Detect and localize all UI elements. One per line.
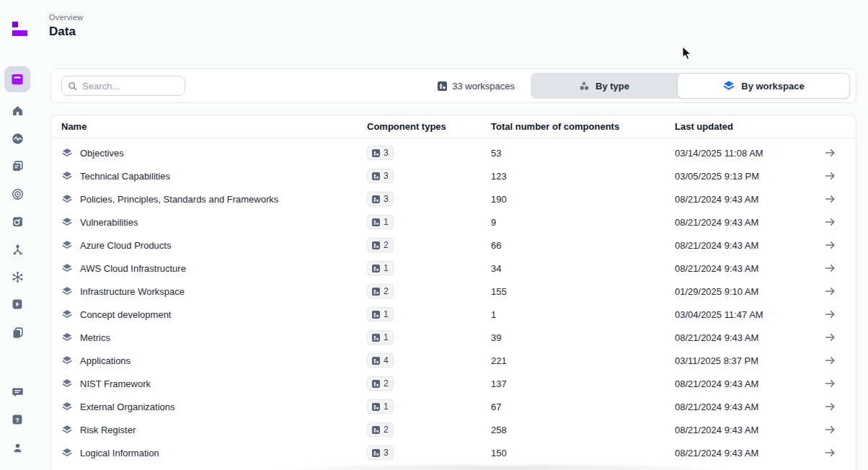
sidebar-item-tutorials[interactable] xyxy=(4,291,30,317)
component-types-badge: 3 xyxy=(367,146,394,160)
table-row[interactable]: External Organizations 1 67 08/21/2024 9… xyxy=(51,395,856,418)
last-updated: 08/21/2024 9:43 AM xyxy=(675,217,758,228)
table-row[interactable]: Risk Register 2 258 08/21/2024 9:43 AM xyxy=(51,418,856,441)
component-types-badge: 1 xyxy=(367,307,394,322)
total-components: 66 xyxy=(491,240,501,251)
open-workspace-arrow-icon[interactable] xyxy=(824,147,836,159)
sidebar-item-scenarios[interactable] xyxy=(4,264,30,290)
workspace-layers-icon xyxy=(61,147,73,159)
total-components: 34 xyxy=(491,263,501,274)
reports-icon xyxy=(12,160,24,172)
sidebar-item-home[interactable] xyxy=(4,97,30,123)
sidebar-item-help[interactable]: ? xyxy=(4,407,30,433)
last-updated: 03/04/2025 11:47 AM xyxy=(675,309,763,320)
table-row[interactable]: Infrastructure Workspace 2 155 01/29/202… xyxy=(51,280,856,303)
component-type-icon xyxy=(372,449,380,457)
component-types-count: 2 xyxy=(384,425,389,435)
sidebar-item-reports[interactable] xyxy=(4,153,30,179)
last-updated: 08/21/2024 9:43 AM xyxy=(675,240,758,251)
search-box[interactable] xyxy=(61,76,185,96)
workspace-layers-icon xyxy=(61,332,73,343)
component-types-count: 1 xyxy=(384,309,389,319)
table-row[interactable]: Metrics 1 39 08/21/2024 9:43 AM xyxy=(51,326,856,349)
table-row[interactable]: NIST Framework 2 137 08/21/2024 9:43 AM xyxy=(51,372,856,395)
sidebar-item-metrics[interactable] xyxy=(4,125,30,151)
table-row[interactable]: Azure Cloud Products 2 66 08/21/2024 9:4… xyxy=(51,234,856,257)
col-header-total: Total number of components xyxy=(491,121,675,132)
component-type-icon xyxy=(372,357,380,365)
total-components: 258 xyxy=(491,425,507,435)
component-type-icon xyxy=(372,288,380,296)
component-type-icon xyxy=(372,380,380,388)
open-workspace-arrow-icon[interactable] xyxy=(824,332,836,343)
toggle-by-workspace[interactable]: By workspace xyxy=(677,73,850,99)
workspace-name: Infrastructure Workspace xyxy=(80,286,185,297)
last-updated: 08/21/2024 9:43 AM xyxy=(675,263,758,274)
open-workspace-arrow-icon[interactable] xyxy=(824,216,836,228)
open-workspace-arrow-icon[interactable] xyxy=(824,239,836,251)
mouse-cursor xyxy=(682,46,692,61)
sidebar-item-account[interactable] xyxy=(4,435,30,461)
component-types-count: 2 xyxy=(384,286,389,296)
open-workspace-arrow-icon[interactable] xyxy=(824,424,836,435)
workspace-name: Concept development xyxy=(80,309,171,320)
table-row[interactable]: Logical Information 3 150 08/21/2024 9:4… xyxy=(51,441,856,464)
workspace-layers-icon xyxy=(61,424,73,435)
by-workspace-icon xyxy=(722,79,735,92)
sidebar-item-data[interactable] xyxy=(4,66,30,92)
table-row[interactable]: Applications 4 221 03/11/2025 8:37 PM xyxy=(51,349,856,372)
open-workspace-arrow-icon[interactable] xyxy=(824,355,836,366)
by-workspace-label: By workspace xyxy=(741,81,804,92)
workspace-layers-icon xyxy=(61,378,73,389)
open-workspace-arrow-icon[interactable] xyxy=(824,309,836,320)
open-workspace-arrow-icon[interactable] xyxy=(824,170,836,182)
workspace-name: External Organizations xyxy=(80,402,175,412)
workspace-name: Logical Information xyxy=(80,448,159,458)
workspace-name: Policies, Principles, Standards and Fram… xyxy=(80,194,278,205)
last-updated: 03/11/2025 8:37 PM xyxy=(675,355,758,366)
sidebar-item-broadcasts[interactable] xyxy=(4,181,30,207)
total-components: 39 xyxy=(491,332,501,343)
component-types-count: 1 xyxy=(384,402,389,412)
table-row[interactable]: AWS Cloud Infrastructure 1 34 08/21/2024… xyxy=(51,257,856,280)
last-updated: 08/21/2024 9:43 AM xyxy=(675,378,758,389)
total-components: 9 xyxy=(491,217,496,228)
table-body: Objectives 3 53 03/14/2025 11:08 AM Tech… xyxy=(51,138,856,470)
table-row-partial[interactable] xyxy=(51,464,856,470)
open-workspace-arrow-icon[interactable] xyxy=(824,447,836,458)
workspace-count: 33 workspaces xyxy=(438,81,515,92)
help-icon: ? xyxy=(12,414,23,425)
open-workspace-arrow-icon[interactable] xyxy=(824,285,836,297)
open-workspace-arrow-icon[interactable] xyxy=(824,378,836,389)
workspace-name: Azure Cloud Products xyxy=(80,240,171,251)
sidebar-item-metamodel[interactable] xyxy=(4,236,30,262)
sidebar-item-presentations[interactable] xyxy=(4,208,30,234)
search-input[interactable] xyxy=(82,81,179,92)
workspace-layers-icon xyxy=(61,239,73,251)
toggle-by-type[interactable]: By type xyxy=(531,73,677,99)
open-workspace-arrow-icon[interactable] xyxy=(824,262,836,274)
workspace-name: Objectives xyxy=(80,148,124,159)
table-row[interactable]: Concept development 1 1 03/04/2025 11:47… xyxy=(51,303,856,326)
open-workspace-arrow-icon[interactable] xyxy=(824,193,836,205)
svg-text:?: ? xyxy=(15,416,19,424)
sidebar-item-chat[interactable] xyxy=(4,378,30,404)
last-updated: 01/29/2025 9:10 AM xyxy=(675,286,758,297)
component-type-icon xyxy=(372,195,380,203)
table-row[interactable]: Vulnerabilities 1 9 08/21/2024 9:43 AM xyxy=(51,210,856,234)
component-type-icon xyxy=(372,241,380,249)
workspace-layers-icon xyxy=(61,216,73,228)
table-row[interactable]: Objectives 3 53 03/14/2025 11:08 AM xyxy=(51,141,856,164)
workspace-name: AWS Cloud Infrastructure xyxy=(80,263,186,274)
open-workspace-arrow-icon[interactable] xyxy=(824,401,836,412)
by-type-icon xyxy=(578,80,590,92)
workspace-layers-icon xyxy=(61,447,73,458)
sidebar-item-documentation[interactable] xyxy=(4,319,30,345)
workspace-layers-icon xyxy=(61,285,73,297)
component-types-badge: 4 xyxy=(367,353,394,368)
metamodel-icon xyxy=(12,244,24,256)
table-row[interactable]: Policies, Principles, Standards and Fram… xyxy=(51,187,856,210)
component-types-count: 3 xyxy=(384,148,389,158)
table-row[interactable]: Technical Capabilities 3 123 03/05/2025 … xyxy=(51,164,856,187)
account-icon xyxy=(12,443,23,453)
